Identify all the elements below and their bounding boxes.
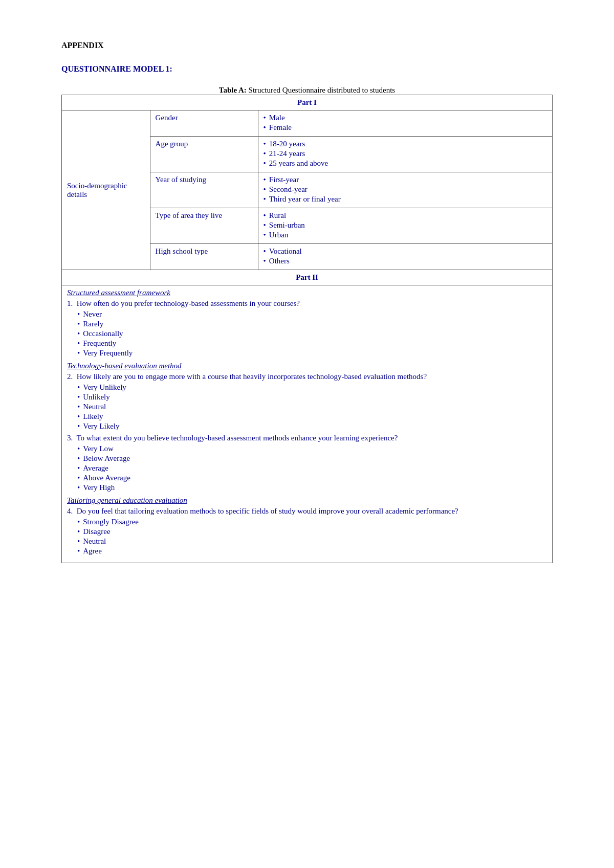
question-1: 1. How often do you prefer technology-ba…: [67, 299, 547, 308]
age-group-label: Age group: [150, 137, 258, 172]
list-item: Very High: [77, 483, 547, 492]
list-item: Never: [77, 310, 547, 319]
section-title-structured: Structured assessment framework: [67, 288, 547, 297]
question-4-options: Strongly Disagree Disagree Neutral Agree: [77, 518, 547, 555]
age-group-options: 18-20 years 21-24 years 25 years and abo…: [258, 137, 552, 172]
section-title-tailoring: Tailoring general education evaluation: [67, 496, 547, 505]
high-school-label: High school type: [150, 244, 258, 270]
list-item: Rarely: [77, 320, 547, 328]
socio-demographic-label: Socio-demographic details: [62, 110, 150, 270]
list-item: Semi-urban: [264, 221, 547, 230]
high-school-options: Vocational Others: [258, 244, 552, 270]
gender-label: Gender: [150, 110, 258, 137]
table-caption: Table A: Structured Questionnaire distri…: [61, 86, 553, 95]
list-item: Rural: [264, 211, 547, 220]
question-3-options: Very Low Below Average Average Above Ave…: [77, 444, 547, 492]
list-item: Agree: [77, 547, 547, 555]
list-item: Above Average: [77, 474, 547, 482]
list-item: First-year: [264, 175, 547, 184]
list-item: Male: [264, 114, 547, 122]
questionnaire-title: QUESTIONNAIRE MODEL 1:: [61, 64, 553, 74]
part2-header-row: Part II: [62, 270, 553, 285]
appendix-title: APPENDIX: [61, 41, 553, 50]
list-item: Strongly Disagree: [77, 518, 547, 526]
list-item: Very Low: [77, 444, 547, 453]
section-title-technology: Technology-based evaluation method: [67, 362, 547, 370]
list-item: 25 years and above: [264, 159, 547, 168]
list-item: Vocational: [264, 247, 547, 256]
area-type-label: Type of area they live: [150, 208, 258, 244]
part1-header-row: Part I: [62, 95, 553, 110]
list-item: Disagree: [77, 527, 547, 536]
list-item: Others: [264, 257, 547, 265]
list-item: 21-24 years: [264, 149, 547, 158]
list-item: Frequently: [77, 339, 547, 348]
part2-label: Part II: [62, 270, 553, 285]
table-caption-bold: Table A:: [219, 86, 247, 94]
list-item: Third year or final year: [264, 195, 547, 204]
list-item: Occasionally: [77, 329, 547, 338]
list-item: Second-year: [264, 185, 547, 194]
list-item: Below Average: [77, 454, 547, 463]
list-item: Unlikely: [77, 393, 547, 402]
area-type-options: Rural Semi-urban Urban: [258, 208, 552, 244]
year-of-studying-options: First-year Second-year Third year or fin…: [258, 172, 552, 208]
question-1-options: Never Rarely Occasionally Frequently Ver…: [77, 310, 547, 358]
section-tailoring: Tailoring general education evaluation 4…: [67, 496, 547, 555]
list-item: Likely: [77, 412, 547, 421]
section-structured-assessment: Structured assessment framework 1. How o…: [67, 288, 547, 358]
list-item: Very Likely: [77, 422, 547, 431]
list-item: 18-20 years: [264, 140, 547, 148]
list-item: Urban: [264, 231, 547, 239]
table-caption-text: Structured Questionnaire distributed to …: [247, 86, 395, 94]
table-row: Socio-demographic details Gender Male Fe…: [62, 110, 553, 137]
main-table: Part I Socio-demographic details Gender …: [61, 95, 553, 563]
list-item: Female: [264, 123, 547, 132]
list-item: Average: [77, 464, 547, 473]
list-item: Very Unlikely: [77, 383, 547, 392]
list-item: Neutral: [77, 403, 547, 411]
question-2: 2. How likely are you to engage more wit…: [67, 372, 547, 381]
part1-label: Part I: [62, 95, 553, 110]
part2-content: Structured assessment framework 1. How o…: [62, 285, 553, 563]
question-3: 3. To what extent do you believe technol…: [67, 434, 547, 442]
gender-options: Male Female: [258, 110, 552, 137]
list-item: Very Frequently: [77, 349, 547, 358]
part2-content-row: Structured assessment framework 1. How o…: [62, 285, 553, 563]
question-2-options: Very Unlikely Unlikely Neutral Likely Ve…: [77, 383, 547, 431]
question-4: 4. Do you feel that tailoring evaluation…: [67, 507, 547, 516]
section-technology-evaluation: Technology-based evaluation method 2. Ho…: [67, 362, 547, 492]
list-item: Neutral: [77, 537, 547, 546]
year-of-studying-label: Year of studying: [150, 172, 258, 208]
